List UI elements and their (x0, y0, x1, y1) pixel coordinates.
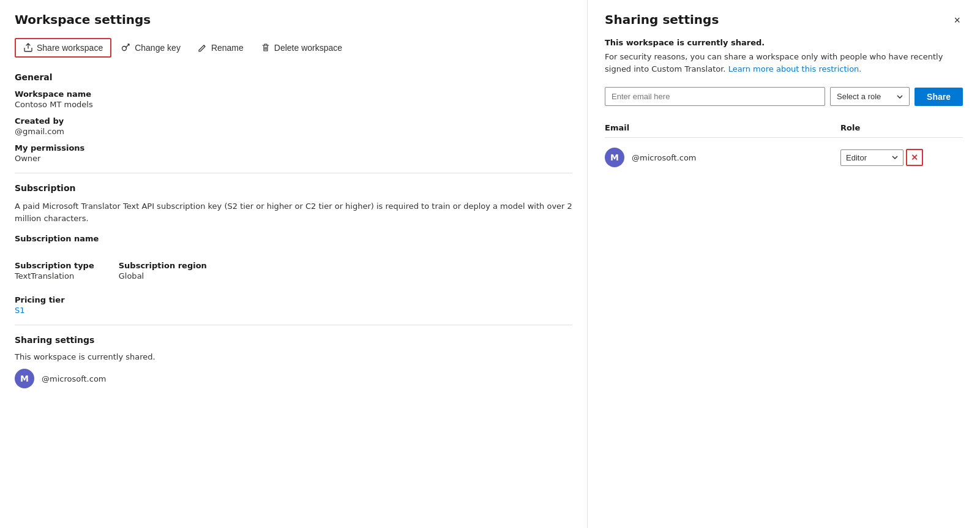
close-icon: × (954, 15, 960, 26)
pricing-tier-value: S1 (15, 306, 572, 315)
user-email-left: @microsoft.com (42, 374, 107, 383)
subscription-section: Subscription A paid Microsoft Translator… (15, 183, 572, 315)
share-icon (23, 43, 33, 53)
right-panel: Sharing settings × This workspace is cur… (588, 0, 980, 528)
subscription-type-value: TextTranslation (15, 271, 94, 281)
workspace-name-value: Contoso MT models (15, 100, 572, 109)
workspace-name-label: Workspace name (15, 89, 572, 99)
divider-2 (15, 325, 572, 325)
avatar-left: M (15, 369, 34, 388)
remove-user-button[interactable]: ✕ (906, 149, 923, 166)
sharing-section-left: Sharing settings This workspace is curre… (15, 335, 572, 388)
rename-icon (198, 43, 208, 53)
share-workspace-label: Share workspace (37, 43, 103, 53)
subscription-region-block: Subscription region Global (119, 261, 207, 288)
shared-notice: This workspace is currently shared. (605, 38, 963, 47)
pricing-tier-block: Pricing tier S1 (15, 295, 572, 315)
permissions-label: My permissions (15, 143, 572, 153)
change-key-button[interactable]: Change key (114, 39, 188, 56)
share-form: Select a role Editor Reader Contributor … (605, 87, 963, 106)
page-title: Workspace settings (15, 12, 572, 27)
key-icon (121, 43, 131, 53)
subscription-name-value (15, 244, 572, 254)
role-select-row-dropdown[interactable]: Editor Reader Contributor (840, 149, 903, 166)
general-section: General Workspace name Contoso MT models… (15, 72, 572, 163)
email-column-header: Email (605, 123, 840, 132)
panel-header: Sharing settings × (605, 12, 963, 28)
user-info: M @microsoft.com (605, 148, 840, 167)
subscription-section-title: Subscription (15, 183, 572, 193)
permissions-value: Owner (15, 154, 572, 163)
delete-workspace-button[interactable]: Delete workspace (253, 39, 350, 56)
subscription-type-block: Subscription type TextTranslation (15, 261, 94, 288)
sharing-section-title-left: Sharing settings (15, 335, 572, 345)
rename-button[interactable]: Rename (190, 39, 251, 56)
general-section-title: General (15, 72, 572, 82)
table-row: M @microsoft.com Editor Reader Contribut… (605, 143, 963, 172)
email-input[interactable] (605, 87, 825, 106)
user-row-left: M @microsoft.com (15, 369, 572, 388)
user-email: @microsoft.com (632, 153, 697, 162)
role-select-row: Editor Reader Contributor ✕ (840, 149, 963, 166)
close-button[interactable]: × (951, 12, 963, 28)
subscription-type-label: Subscription type (15, 261, 94, 270)
sharing-status-left: This workspace is currently shared. (15, 352, 572, 361)
divider-1 (15, 173, 572, 173)
avatar: M (605, 148, 624, 167)
user-table: M @microsoft.com Editor Reader Contribut… (605, 143, 963, 172)
left-panel: Workspace settings Share workspace Chang… (0, 0, 588, 528)
subscription-region-label: Subscription region (119, 261, 207, 270)
rename-label: Rename (211, 43, 244, 53)
role-column-header: Role (840, 123, 963, 132)
pricing-tier-label: Pricing tier (15, 295, 572, 304)
role-select[interactable]: Select a role Editor Reader Contributor (830, 87, 910, 106)
share-workspace-button[interactable]: Share workspace (15, 38, 111, 58)
shared-description: For security reasons, you can share a wo… (605, 51, 963, 75)
delete-workspace-label: Delete workspace (274, 43, 342, 53)
delete-icon (261, 43, 271, 53)
created-by-value: @gmail.com (15, 127, 572, 136)
subscription-description: A paid Microsoft Translator Text API sub… (15, 200, 572, 224)
subscription-region-value: Global (119, 271, 207, 281)
table-header: Email Role (605, 118, 963, 138)
subscription-name-label: Subscription name (15, 234, 572, 243)
created-by-label: Created by (15, 116, 572, 126)
change-key-label: Change key (135, 43, 181, 53)
panel-title: Sharing settings (605, 12, 719, 27)
svg-point-0 (122, 47, 127, 51)
toolbar: Share workspace Change key Rename (15, 38, 572, 58)
learn-more-link[interactable]: Learn more about this restriction. (728, 64, 862, 74)
share-button[interactable]: Share (915, 88, 963, 106)
